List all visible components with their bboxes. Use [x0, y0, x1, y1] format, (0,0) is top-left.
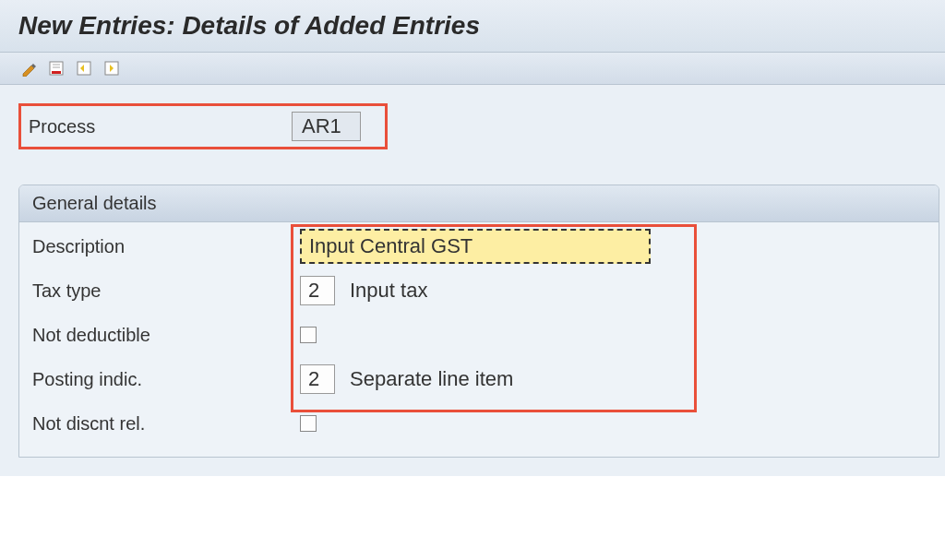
not-deductible-label: Not deductible — [32, 325, 300, 346]
group-body: Description Input Central GST Tax type 2… — [19, 222, 939, 457]
description-label: Description — [32, 236, 300, 257]
not-discnt-rel-label: Not discnt rel. — [32, 413, 300, 435]
toolbar — [0, 53, 945, 85]
svg-rect-1 — [52, 71, 61, 74]
description-row: Description Input Central GST — [32, 224, 926, 268]
posting-indic-text: Separate line item — [350, 367, 513, 391]
process-label: Process — [29, 116, 292, 137]
description-input[interactable]: Input Central GST — [300, 229, 651, 264]
title-bar: New Entries: Details of Added Entries — [0, 0, 945, 53]
content-area: Process AR1 General details Description … — [0, 85, 945, 476]
not-discnt-rel-checkbox[interactable] — [300, 415, 317, 432]
posting-indic-label: Posting indic. — [32, 369, 300, 390]
not-deductible-checkbox[interactable] — [300, 327, 317, 343]
tax-type-input[interactable]: 2 — [300, 276, 335, 305]
next-entry-icon[interactable] — [102, 58, 122, 78]
not-deductible-row: Not deductible — [32, 313, 926, 357]
posting-indic-input[interactable]: 2 — [300, 364, 335, 394]
process-row: Process AR1 — [18, 103, 388, 149]
process-input[interactable]: AR1 — [292, 112, 361, 141]
tax-type-label: Tax type — [32, 280, 300, 302]
group-header: General details — [19, 185, 939, 222]
previous-entry-icon[interactable] — [74, 58, 94, 78]
delete-icon[interactable] — [46, 58, 66, 78]
not-discnt-rel-row: Not discnt rel. — [32, 401, 926, 446]
page-title: New Entries: Details of Added Entries — [18, 11, 927, 41]
create-icon[interactable] — [18, 58, 39, 78]
posting-indic-row: Posting indic. 2 Separate line item — [32, 357, 926, 401]
tax-type-text: Input tax — [350, 279, 427, 303]
general-details-group: General details Description Input Centra… — [18, 185, 939, 458]
tax-type-row: Tax type 2 Input tax — [32, 268, 926, 313]
